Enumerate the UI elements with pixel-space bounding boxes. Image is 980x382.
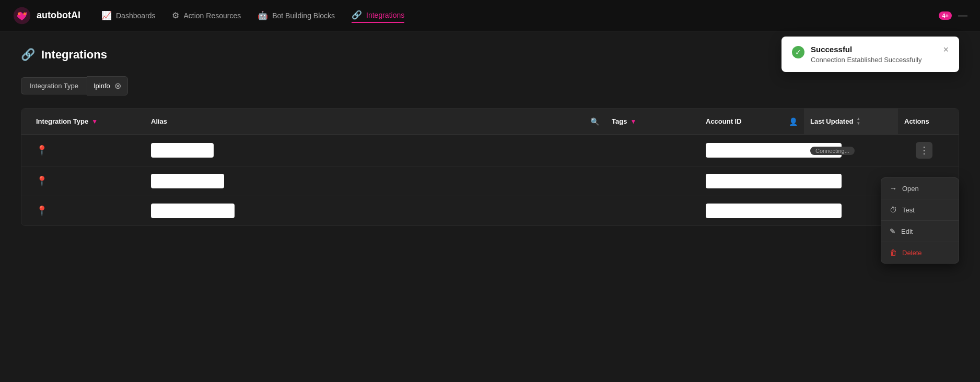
last-updated-sort-icon[interactable]: ▲ ▼ [856, 117, 860, 126]
td-actions-1: ⋮ [898, 135, 950, 166]
account-id-user-icon: 👤 [789, 117, 798, 126]
ipinfo-icon-1: 📍 [36, 145, 48, 156]
actions-dropdown-menu: → Open ⏱ Test ✎ Edit 🗑 Delete [881, 177, 959, 264]
filter-label: Integration Type [21, 77, 87, 94]
notification-badge[interactable]: 4+ [939, 11, 952, 20]
edit-icon: ✎ [890, 227, 896, 235]
status-pill-1: Connecting... [810, 147, 855, 155]
th-account-id: Account ID 👤 [699, 109, 804, 134]
td-tags-1 [605, 143, 699, 158]
svg-point-1 [18, 12, 20, 15]
dashboards-icon: 📈 [101, 10, 112, 20]
dropdown-delete-label: Delete [902, 249, 922, 257]
th-actions: Actions [898, 109, 950, 134]
nav-item-dashboards[interactable]: 📈 Dashboards [101, 8, 156, 22]
action-resources-icon: ⚙ [172, 10, 179, 20]
td-account-2 [699, 166, 804, 196]
th-integration-type: Integration Type ▼ [30, 109, 145, 134]
navbar: autobotAI 📈 Dashboards ⚙ Action Resource… [0, 0, 980, 31]
td-integration-icon-1: 📍 [30, 137, 145, 163]
page-icon: 🔗 [21, 48, 35, 62]
th-last-updated[interactable]: Last Updated ▲ ▼ [804, 109, 898, 134]
dropdown-open-label: Open [902, 185, 919, 193]
toast-message: Connection Established Successfully [811, 56, 937, 64]
th-alias: Alias 🔍 [145, 109, 605, 134]
dropdown-edit-item[interactable]: ✎ Edit [881, 221, 959, 242]
svg-point-2 [24, 12, 26, 15]
logo-icon [13, 6, 31, 25]
filter-value-text: Ipinfo [94, 82, 110, 90]
dropdown-delete-item[interactable]: 🗑 Delete [881, 242, 959, 263]
td-integration-icon-3: 📍 [30, 198, 145, 224]
success-toast: ✓ Successful Connection Established Succ… [781, 37, 959, 72]
filter-value-container: Ipinfo ⊗ [87, 76, 128, 96]
alias-input-3[interactable] [151, 204, 235, 218]
toast-success-icon: ✓ [792, 46, 804, 58]
page-title: Integrations [41, 48, 107, 62]
tags-filter-icon[interactable]: ▼ [630, 118, 636, 125]
dropdown-test-label: Test [902, 206, 915, 214]
dropdown-edit-label: Edit [901, 228, 913, 235]
table-header: Integration Type ▼ Alias 🔍 Tags ▼ Accoun… [21, 109, 959, 135]
th-tags: Tags ▼ [605, 109, 699, 134]
ipinfo-icon-3: 📍 [36, 206, 48, 216]
td-integration-icon-2: 📍 [30, 168, 145, 194]
integrations-table: Integration Type ▼ Alias 🔍 Tags ▼ Accoun… [21, 108, 959, 226]
nav-right: 4+ — [939, 10, 967, 21]
td-tags-2 [605, 174, 699, 188]
alias-input-2[interactable] [151, 174, 224, 188]
nav-item-action-resources[interactable]: ⚙ Action Resources [172, 8, 241, 22]
td-account-1 [699, 136, 804, 165]
nav-item-bot-building-blocks[interactable]: 🤖 Bot Building Blocks [258, 8, 335, 22]
test-icon: ⏱ [890, 206, 897, 214]
table-row: 📍 [21, 166, 959, 196]
integrations-icon: 🔗 [352, 10, 362, 20]
dropdown-open-item[interactable]: → Open [881, 178, 959, 199]
toast-close-button[interactable]: × [943, 45, 949, 54]
filter-clear-button[interactable]: ⊗ [114, 81, 121, 91]
table-row: 📍 Connecting... ⋮ [21, 135, 959, 166]
td-tags-3 [605, 204, 699, 218]
td-alias-2 [145, 166, 239, 196]
td-last-updated-1: Connecting... [804, 139, 898, 162]
alias-search-icon[interactable]: 🔍 [590, 117, 599, 126]
open-icon: → [890, 184, 897, 193]
action-dots-button-1[interactable]: ⋮ [916, 142, 932, 159]
logo[interactable]: autobotAI [13, 6, 80, 25]
integration-type-filter-icon[interactable]: ▼ [91, 118, 98, 125]
bot-icon: 🤖 [258, 10, 268, 20]
td-account-3 [699, 196, 804, 225]
alias-input-1[interactable] [151, 143, 214, 158]
dropdown-test-item[interactable]: ⏱ Test [881, 199, 959, 221]
td-alias-3 [145, 196, 239, 225]
toast-body: Successful Connection Established Succes… [811, 45, 937, 64]
toast-title: Successful [811, 45, 937, 54]
td-alias-1 [145, 136, 239, 165]
nav-item-integrations[interactable]: 🔗 Integrations [352, 8, 404, 23]
delete-icon: 🗑 [890, 248, 897, 257]
filter-bar: Integration Type Ipinfo ⊗ [21, 76, 959, 96]
table-row: 📍 [21, 196, 959, 225]
ipinfo-icon-2: 📍 [36, 176, 48, 186]
minimize-button[interactable]: — [958, 10, 967, 21]
nav-items: 📈 Dashboards ⚙ Action Resources 🤖 Bot Bu… [101, 8, 939, 23]
logo-text: autobotAI [37, 10, 80, 21]
